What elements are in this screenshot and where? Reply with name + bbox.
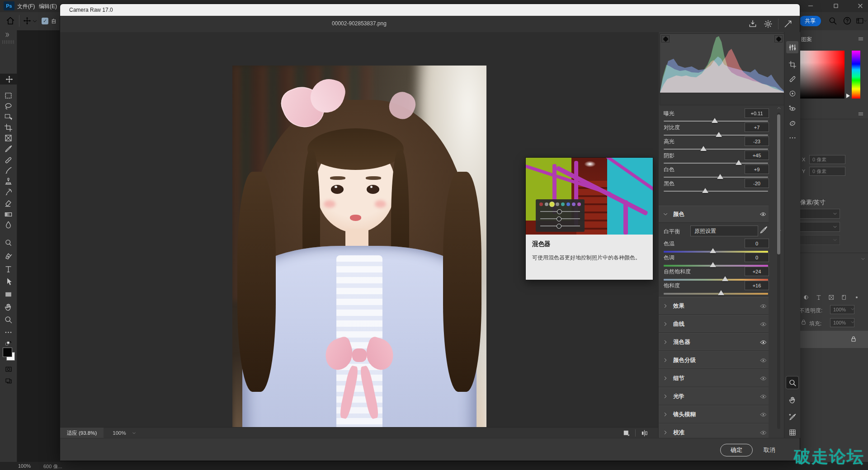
white-balance-dropdown[interactable]: 原照设置 <box>690 226 758 236</box>
save-image-icon[interactable] <box>748 19 757 28</box>
section-曲线[interactable]: 曲线 <box>659 315 769 333</box>
unit-dropdown[interactable] <box>799 222 840 232</box>
healing-brush-tool[interactable] <box>3 155 14 165</box>
swap-colors-icon[interactable] <box>3 338 14 348</box>
acr-healing-tool[interactable] <box>786 73 798 85</box>
lock-icon[interactable] <box>800 319 807 325</box>
search-icon[interactable] <box>828 16 837 25</box>
section-光学[interactable]: 光学 <box>659 387 769 405</box>
eye-icon[interactable] <box>759 393 767 400</box>
hue-slider[interactable] <box>852 51 860 99</box>
section-color-header[interactable]: 颜色 <box>659 206 769 223</box>
slider-value[interactable]: +9 <box>745 164 769 174</box>
history-brush-tool[interactable] <box>3 187 14 197</box>
dialog-title-bar[interactable]: Camera Raw 17.0 <box>60 4 800 16</box>
blur-tool[interactable] <box>3 219 14 230</box>
slider-track[interactable] <box>664 293 768 295</box>
foreground-color-swatch[interactable] <box>3 348 12 357</box>
mixer-mini-slider[interactable] <box>540 211 580 212</box>
clone-stamp-tool[interactable] <box>3 175 14 186</box>
eye-icon[interactable] <box>759 375 767 381</box>
brush-tool[interactable] <box>3 165 14 176</box>
adjustment-filter-icon[interactable] <box>802 293 810 301</box>
slider-thumb[interactable] <box>718 290 724 295</box>
slider-thumb[interactable] <box>712 118 718 123</box>
slider-thumb[interactable] <box>717 174 723 179</box>
chevron-down-icon[interactable] <box>132 431 137 436</box>
marquee-tool[interactable] <box>3 90 14 101</box>
preview-mode-icon[interactable] <box>623 429 630 437</box>
chevron-down-icon[interactable] <box>32 18 38 24</box>
dot-filter-icon[interactable] <box>853 293 861 301</box>
slider-value[interactable]: +24 <box>745 267 769 276</box>
eyedropper-tool[interactable] <box>3 143 14 154</box>
panel-scrollbar-thumb[interactable] <box>777 114 780 254</box>
cancel-button[interactable]: 取消 <box>764 446 775 454</box>
mixer-color-dot[interactable] <box>550 202 554 206</box>
section-效果[interactable]: 效果 <box>659 297 769 315</box>
image-preview-area[interactable]: 混色器 可使用混色器更好地控制照片中的各种颜色。 <box>60 32 658 427</box>
slider-track[interactable] <box>664 121 768 122</box>
histogram[interactable] <box>660 33 784 93</box>
mixer-color-dot[interactable] <box>566 202 570 206</box>
x-field[interactable]: 0 像素 <box>809 155 845 164</box>
layer-row[interactable] <box>799 331 868 348</box>
acr-masking-tool[interactable] <box>786 87 798 99</box>
smart-object-filter-icon[interactable] <box>840 293 848 301</box>
slider-track[interactable] <box>664 135 768 136</box>
photo-preview[interactable] <box>232 66 486 445</box>
menu-edit[interactable]: 编辑(E) <box>39 3 57 10</box>
slider-track[interactable] <box>664 177 768 178</box>
more-tool[interactable] <box>3 327 14 338</box>
collapse-toolbar-icon[interactable] <box>4 32 11 38</box>
lasso-tool[interactable] <box>3 101 14 112</box>
mixer-mini-knob[interactable] <box>557 216 561 221</box>
mixer-color-dot[interactable] <box>545 202 548 206</box>
eye-icon[interactable] <box>759 303 767 309</box>
zoom-level-tab[interactable]: 100% <box>107 428 132 438</box>
mixer-mini-slider[interactable] <box>540 226 580 226</box>
type-filter-icon[interactable] <box>815 293 823 301</box>
zoom-tool[interactable] <box>3 314 14 325</box>
slider-value[interactable]: +0.11 <box>745 108 769 118</box>
slider-value[interactable]: +7 <box>745 122 769 132</box>
section-颜色分级[interactable]: 颜色分级 <box>659 351 769 369</box>
panel-scrollbar-track[interactable] <box>777 113 780 429</box>
acr-white-balance-tool[interactable] <box>786 411 798 423</box>
acr-red-eye-tool[interactable] <box>786 103 798 115</box>
slider-value[interactable]: -23 <box>745 136 769 146</box>
slider-value[interactable]: 0 <box>745 239 769 248</box>
slider-track[interactable] <box>664 191 768 192</box>
acr-zoom-tool[interactable] <box>786 376 798 389</box>
screen-mode-icon[interactable] <box>3 376 14 386</box>
mixer-color-dot[interactable] <box>556 202 559 206</box>
quick-mask-icon[interactable] <box>3 364 14 374</box>
mixer-mini-slider[interactable] <box>540 218 580 219</box>
chevron-down-icon[interactable] <box>860 256 866 262</box>
pen-tool[interactable] <box>3 251 14 262</box>
mixer-mini-knob[interactable] <box>557 224 561 229</box>
move-tool-option-icon[interactable] <box>23 16 32 25</box>
help-icon[interactable] <box>843 16 852 25</box>
slider-thumb[interactable] <box>736 160 742 165</box>
home-icon[interactable] <box>5 16 15 26</box>
eye-icon[interactable] <box>759 429 767 436</box>
panel-tab-patterns[interactable]: 图案 <box>801 36 812 43</box>
slider-thumb[interactable] <box>710 262 716 267</box>
status-zoom[interactable]: 100% <box>18 463 31 469</box>
section-混色器[interactable]: 混色器 <box>659 333 769 351</box>
move-tool[interactable] <box>0 74 18 85</box>
acr-grid-tool[interactable] <box>786 426 798 438</box>
path-selection-tool[interactable] <box>3 276 14 287</box>
minimize-icon[interactable] <box>807 2 815 10</box>
object-selection-tool[interactable] <box>3 112 14 122</box>
shadow-clipping-indicator[interactable] <box>661 35 670 42</box>
slider-track[interactable] <box>664 163 768 164</box>
menu-file[interactable]: 文件(F) <box>17 3 35 10</box>
panel-menu-icon[interactable] <box>857 111 864 117</box>
acr-hand-tool[interactable] <box>786 394 798 406</box>
eye-icon[interactable] <box>759 211 767 217</box>
slider-value[interactable]: 0 <box>745 253 769 262</box>
color-picker-field[interactable] <box>799 51 844 99</box>
highlight-clipping-indicator[interactable] <box>774 35 783 42</box>
